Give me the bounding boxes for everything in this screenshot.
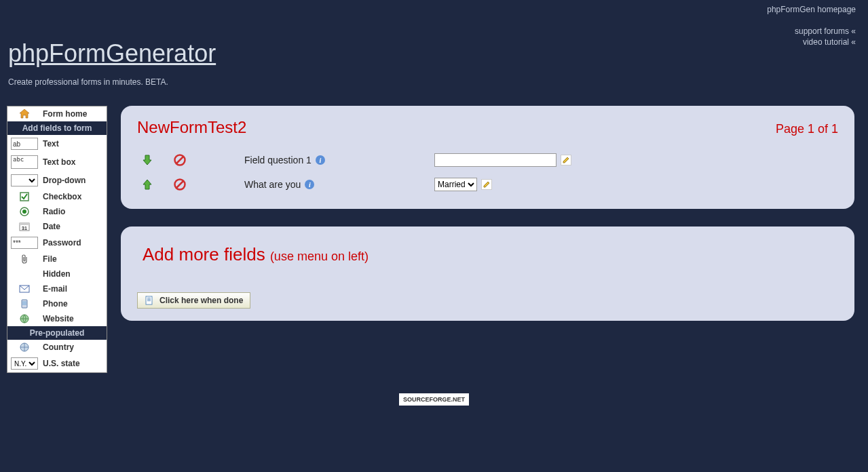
svg-text:31: 31 [22, 226, 27, 231]
sidebar-phone-label: Phone [43, 299, 104, 309]
sidebar-item-radio[interactable]: Radio [7, 204, 107, 219]
field-2-label: What are you [244, 179, 301, 190]
delete-icon[interactable] [174, 178, 186, 191]
done-button[interactable]: Click here when done [137, 292, 250, 309]
calendar-icon: 31 [10, 222, 39, 231]
move-down-icon[interactable] [141, 154, 153, 166]
field-1-label: Field question 1 [244, 155, 312, 165]
home-icon [10, 109, 39, 119]
field-row-1: Field question 1 i [137, 148, 838, 172]
sidebar: Form home Add fields to form Text abc Te… [7, 106, 107, 373]
sidebar-website-label: Website [43, 314, 104, 323]
checkbox-icon [10, 192, 39, 201]
sidebar-dropdown-label: Drop-down [43, 176, 104, 185]
form-preview-panel: NewFormTest2 Page 1 of 1 Field question … [121, 106, 854, 209]
state-select-icon: N.Y. [10, 357, 39, 370]
form-title: NewFormTest2 [137, 118, 246, 137]
info-icon[interactable]: i [305, 180, 314, 189]
phone-icon [10, 299, 39, 309]
globe-icon [10, 342, 39, 352]
field-1-input[interactable] [434, 153, 556, 167]
delete-icon[interactable] [174, 154, 186, 166]
svg-rect-18 [147, 300, 151, 301]
field-row-2: What are you i Married [137, 172, 838, 197]
svg-rect-17 [147, 299, 151, 300]
sidebar-form-home-label: Form home [43, 109, 104, 119]
sidebar-item-date[interactable]: 31 Date [7, 219, 107, 234]
globe-icon [10, 314, 39, 323]
sidebar-text-label: Text [43, 139, 104, 149]
add-more-title: Add more fields [143, 244, 270, 264]
sidebar-item-dropdown[interactable]: Drop-down [7, 172, 107, 189]
sidebar-item-phone[interactable]: Phone [7, 296, 107, 311]
sidebar-item-country[interactable]: Country [7, 340, 107, 355]
sidebar-checkbox-label: Checkbox [43, 192, 104, 201]
sidebar-textbox-label: Text box [43, 157, 104, 167]
sidebar-hidden-label: Hidden [43, 269, 104, 279]
sidebar-country-label: Country [43, 342, 104, 352]
svg-rect-8 [22, 301, 26, 305]
dropdown-icon [10, 174, 39, 186]
sidebar-prepop-header: Pre-populated [7, 326, 107, 340]
sidebar-item-usstate[interactable]: N.Y. U.S. state [7, 355, 107, 372]
textarea-icon: abc [10, 155, 39, 169]
sidebar-item-email[interactable]: E-mail [7, 281, 107, 296]
edit-icon[interactable] [561, 155, 571, 165]
sidebar-add-fields-header: Add fields to form [7, 121, 107, 135]
text-input-icon [10, 138, 39, 150]
svg-rect-16 [147, 298, 151, 298]
svg-point-2 [22, 210, 26, 214]
support-forums-link[interactable]: support forums « [0, 26, 856, 37]
paperclip-icon [10, 254, 39, 264]
field-2-select[interactable]: Married [434, 178, 477, 191]
done-button-label: Click here when done [159, 296, 243, 305]
sidebar-item-password[interactable]: Password [7, 234, 107, 252]
sidebar-item-website[interactable]: Website [7, 311, 107, 326]
info-icon[interactable]: i [316, 155, 325, 165]
password-icon [10, 237, 39, 249]
sidebar-item-hidden[interactable]: Hidden [7, 267, 107, 281]
sidebar-email-label: E-mail [43, 284, 104, 294]
sidebar-file-label: File [43, 254, 104, 264]
sidebar-usstate-label: U.S. state [43, 359, 104, 368]
add-more-subtitle: (use menu on left) [270, 250, 369, 263]
sidebar-date-label: Date [43, 222, 104, 231]
sidebar-form-home[interactable]: Form home [7, 106, 107, 121]
radio-icon [10, 207, 39, 216]
homepage-link[interactable]: phpFormGen homepage [0, 4, 856, 15]
sidebar-item-checkbox[interactable]: Checkbox [7, 189, 107, 204]
svg-rect-4 [20, 223, 29, 225]
add-more-panel: Add more fields (use menu on left) Click… [121, 227, 854, 321]
edit-icon[interactable] [481, 179, 492, 190]
sidebar-password-label: Password [43, 238, 104, 248]
svg-line-14 [176, 181, 183, 188]
envelope-icon [10, 285, 39, 293]
document-icon [145, 296, 154, 305]
sidebar-item-text[interactable]: Text [7, 135, 107, 153]
sidebar-item-textbox[interactable]: abc Text box [7, 153, 107, 172]
svg-line-12 [176, 157, 183, 163]
page-indicator: Page 1 of 1 [776, 122, 838, 136]
page-title: phpFormGenerator [8, 39, 868, 68]
tagline: Create professional forms in minutes. BE… [0, 68, 868, 87]
sidebar-item-file[interactable]: File [7, 252, 107, 267]
sourceforge-badge[interactable]: SOURCEFORGE.NET [399, 393, 469, 406]
move-up-icon[interactable] [141, 178, 153, 191]
sidebar-radio-label: Radio [43, 207, 104, 216]
